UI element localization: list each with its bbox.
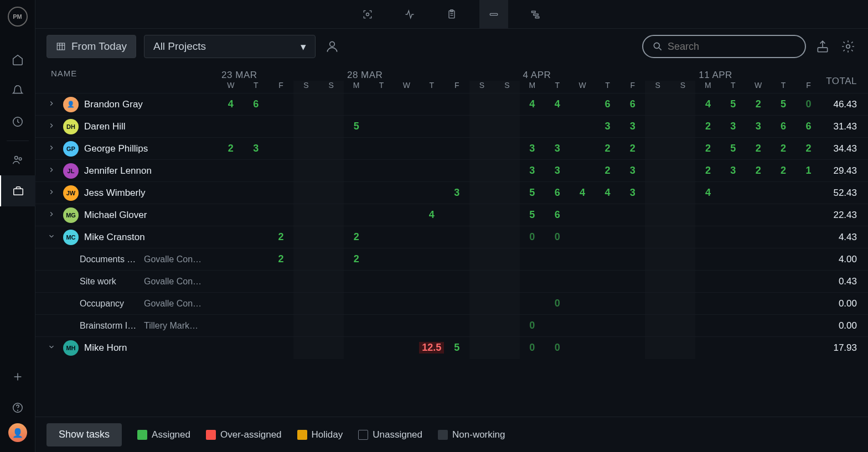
from-today-button[interactable]: From Today	[46, 35, 136, 58]
workload-cell[interactable]: 3	[620, 187, 645, 199]
workload-cell[interactable]: 3	[721, 165, 746, 176]
workload-cell[interactable]: 4	[545, 98, 570, 110]
workload-cell[interactable]: 3	[721, 121, 746, 132]
nav-home[interactable]	[0, 44, 35, 75]
workload-cell[interactable]: 6	[545, 187, 570, 199]
settings-icon[interactable]	[839, 38, 857, 55]
workload-cell[interactable]: 6	[545, 209, 570, 221]
workload-cell[interactable]: 0	[520, 320, 545, 331]
workload-cell[interactable]: 0	[545, 298, 570, 309]
nav-team[interactable]	[0, 144, 35, 175]
workload-cell[interactable]: 4	[595, 187, 620, 199]
workload-cell[interactable]: 2	[344, 231, 369, 243]
expand-chevron-icon[interactable]	[48, 188, 58, 199]
workload-cell[interactable]: 2	[695, 165, 720, 176]
workload-cell[interactable]: 3	[620, 121, 645, 132]
person-row[interactable]: DHDaren Hill5332336631.43	[35, 116, 868, 138]
workload-cell[interactable]: 2	[620, 143, 645, 154]
search-input[interactable]	[668, 41, 796, 53]
expand-chevron-icon[interactable]	[48, 165, 58, 176]
workload-cell[interactable]: 6	[243, 98, 268, 110]
workload-cell[interactable]: 6	[595, 98, 620, 110]
workload-cell[interactable]: 2	[695, 121, 720, 132]
workload-cell[interactable]: 2	[595, 165, 620, 176]
workload-cell[interactable]: 4	[570, 187, 595, 199]
workload-cell[interactable]: 6	[620, 98, 645, 110]
workload-cell[interactable]: 2	[771, 143, 795, 154]
nav-add[interactable]	[0, 361, 35, 392]
user-avatar[interactable]: 👤	[8, 423, 27, 442]
workload-cell[interactable]: 3	[620, 165, 645, 176]
person-row[interactable]: GPGeorge Phillips2333222522234.43	[35, 138, 868, 160]
view-gantt-icon[interactable]	[521, 0, 550, 29]
workload-cell[interactable]: 4	[695, 98, 720, 110]
person-filter-icon[interactable]	[323, 38, 341, 55]
workload-cell[interactable]: 0	[520, 342, 545, 354]
expand-chevron-icon[interactable]	[48, 342, 58, 354]
workload-cell[interactable]: 0	[545, 231, 570, 243]
nav-workload[interactable]	[0, 175, 35, 206]
workload-cell[interactable]: 3	[520, 165, 545, 176]
search-box[interactable]	[642, 35, 806, 58]
person-row[interactable]: MCMike Cranston22004.43	[35, 226, 868, 248]
workload-cell[interactable]: 6	[796, 121, 821, 132]
workload-cell[interactable]: 4	[218, 98, 243, 110]
view-activity-icon[interactable]	[395, 0, 424, 29]
workload-cell[interactable]: 2	[218, 143, 243, 154]
workload-cell[interactable]: 3	[444, 187, 469, 199]
workload-cell[interactable]: 5	[344, 121, 369, 132]
task-row[interactable]: Site workGovalle Con…0.43	[35, 271, 868, 293]
workload-cell[interactable]: 2	[746, 143, 771, 154]
export-icon[interactable]	[814, 38, 831, 55]
workload-cell[interactable]: 5	[721, 98, 746, 110]
task-row[interactable]: Documents …Govalle Con…224.00	[35, 248, 868, 271]
workload-cell[interactable]: 0	[520, 231, 545, 243]
expand-chevron-icon[interactable]	[48, 232, 58, 243]
person-row[interactable]: JWJess Wimberly356443452.43	[35, 182, 868, 204]
person-row[interactable]: MHMike Horn12.550017.93	[35, 337, 868, 359]
workload-cell[interactable]: 1	[796, 165, 821, 176]
workload-grid[interactable]: NAME23 MAR28 MAR4 APR11 APRTOTALWTFSSMTW…	[35, 64, 868, 417]
view-clipboard-icon[interactable]	[437, 0, 466, 29]
expand-chevron-icon[interactable]	[48, 143, 58, 154]
workload-cell[interactable]: 5	[771, 98, 795, 110]
workload-cell[interactable]: 3	[545, 143, 570, 154]
workload-cell[interactable]: 3	[520, 143, 545, 154]
workload-cell[interactable]: 2	[268, 231, 293, 243]
show-tasks-button[interactable]: Show tasks	[46, 423, 122, 446]
workload-cell[interactable]: 2	[746, 165, 771, 176]
workload-cell[interactable]: 4	[695, 187, 720, 199]
view-workload-icon[interactable]	[479, 0, 508, 29]
project-filter-select[interactable]: All Projects ▾	[144, 35, 316, 58]
workload-cell[interactable]: 6	[771, 121, 795, 132]
workload-cell[interactable]: 5	[520, 187, 545, 199]
workload-cell[interactable]: 5	[721, 143, 746, 154]
workload-cell[interactable]: 2	[771, 165, 795, 176]
workload-cell[interactable]: 2	[268, 253, 293, 265]
workload-cell[interactable]: 5	[444, 342, 469, 354]
workload-cell[interactable]: 4	[520, 98, 545, 110]
task-row[interactable]: OccupancyGovalle Con…00.00	[35, 293, 868, 315]
workload-cell[interactable]: 2	[595, 143, 620, 154]
workload-cell[interactable]: 4	[419, 209, 444, 221]
workload-cell[interactable]: 12.5	[419, 342, 444, 354]
nav-recent[interactable]	[0, 106, 35, 137]
nav-notifications[interactable]	[0, 75, 35, 106]
workload-cell[interactable]: 2	[695, 143, 720, 154]
workload-cell[interactable]: 2	[746, 98, 771, 110]
expand-chevron-icon[interactable]	[48, 99, 58, 110]
person-row[interactable]: MGMichael Glover45622.43	[35, 204, 868, 226]
workload-cell[interactable]: 0	[545, 342, 570, 354]
workload-cell[interactable]: 3	[545, 165, 570, 176]
workload-cell[interactable]: 5	[520, 209, 545, 221]
nav-help[interactable]	[0, 392, 35, 423]
workload-cell[interactable]: 2	[796, 143, 821, 154]
workload-cell[interactable]: 3	[746, 121, 771, 132]
workload-cell[interactable]: 3	[243, 143, 268, 154]
expand-chevron-icon[interactable]	[48, 121, 58, 132]
person-row[interactable]: JLJennifer Lennon33232322129.43	[35, 160, 868, 182]
workload-cell[interactable]: 2	[344, 253, 369, 265]
workload-cell[interactable]: 0	[796, 98, 821, 110]
person-row[interactable]: 👤Brandon Gray4644664525046.43	[35, 93, 868, 116]
task-row[interactable]: Brainstorm I…Tillery Mark…00.00	[35, 315, 868, 337]
